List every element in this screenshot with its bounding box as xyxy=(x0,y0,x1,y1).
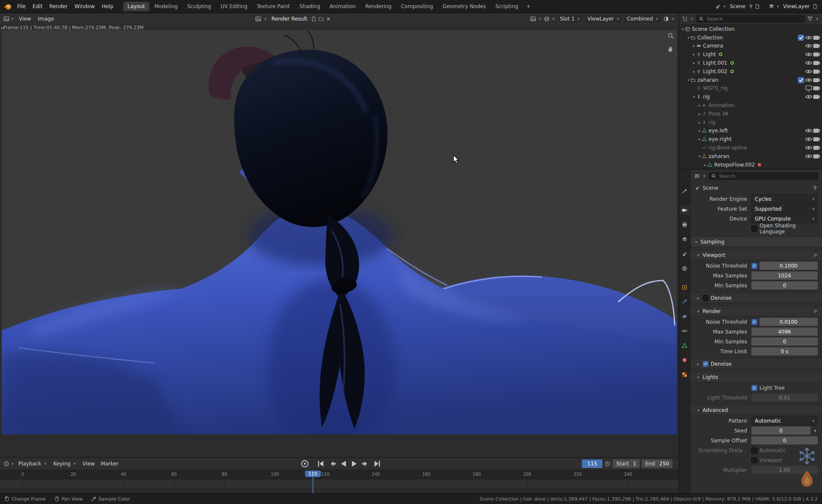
panel-header-advanced[interactable]: ▾Advanced xyxy=(691,405,822,415)
image-browse-icon[interactable] xyxy=(255,16,261,22)
outliner-row[interactable]: ▾zaharan xyxy=(679,152,822,161)
render-view-icon[interactable] xyxy=(530,16,536,22)
outliner-item-label[interactable]: Animation xyxy=(709,102,735,108)
outliner-item-label[interactable]: rig xyxy=(709,119,715,125)
timeline-menu[interactable]: Playback▾ xyxy=(15,461,51,467)
outliner-item-label[interactable]: eye.left xyxy=(709,128,728,134)
properties-tab-scene[interactable] xyxy=(679,249,690,259)
eye-toggle-icon[interactable] xyxy=(805,153,813,159)
outliner-item-label[interactable]: rig xyxy=(703,94,710,100)
workspace-tab[interactable]: Shading xyxy=(295,2,325,11)
outliner-row[interactable]: ▸Animation xyxy=(679,101,822,110)
outliner-item-label[interactable]: Pose xyxy=(709,111,721,117)
slot-select[interactable]: Slot 1▾ xyxy=(557,15,583,23)
field-max-samples[interactable]: 4096 xyxy=(751,328,818,336)
properties-tab-material[interactable] xyxy=(679,355,690,365)
outliner-row[interactable]: ▸Light.001 xyxy=(679,59,822,67)
outliner-search-input[interactable] xyxy=(706,16,802,22)
outliner-row[interactable]: ▸rig xyxy=(679,118,822,127)
expander-icon[interactable]: ▸ xyxy=(697,137,702,141)
outliner-item-label[interactable]: WGTS_rig xyxy=(703,85,728,91)
new-viewlayer-icon[interactable] xyxy=(813,4,818,9)
panel-expander-icon[interactable]: ▾ xyxy=(696,309,700,313)
pose-icon[interactable] xyxy=(702,111,707,116)
current-frame-field[interactable]: 115 xyxy=(582,459,602,468)
workspace-tab[interactable]: Layout xyxy=(123,2,149,11)
checkbox[interactable] xyxy=(703,295,709,301)
outliner-row[interactable]: ▸Light xyxy=(679,50,822,59)
editor-menu-item[interactable]: View xyxy=(15,16,34,22)
expander-icon[interactable]: ▾ xyxy=(686,78,691,82)
outliner-row[interactable]: ▾rig xyxy=(679,92,822,101)
properties-tab-object[interactable] xyxy=(679,283,690,292)
outliner-item-label[interactable]: Light xyxy=(703,51,716,57)
cam-toggle-icon[interactable] xyxy=(813,60,820,66)
timeline-menu[interactable]: Keying▾ xyxy=(51,461,80,467)
play-reverse-button[interactable] xyxy=(338,459,348,468)
new-scene-icon[interactable] xyxy=(755,4,760,9)
prev-keyframe-button[interactable] xyxy=(327,459,337,468)
menubar-item[interactable]: Window xyxy=(71,3,98,9)
workspace-tab[interactable]: Geometry Nodes xyxy=(438,2,490,11)
field-min-samples[interactable]: 0 xyxy=(751,337,818,346)
preset-icon[interactable] xyxy=(813,253,818,258)
end-frame-field[interactable]: End250 xyxy=(642,459,673,468)
panel-expander-icon[interactable]: ▾ xyxy=(696,253,700,257)
display-channels-icon[interactable] xyxy=(663,16,669,22)
dropdown-pattern[interactable]: Automatic▾ xyxy=(751,416,818,425)
cam-toggle-icon[interactable] xyxy=(813,51,820,58)
properties-tab-world[interactable] xyxy=(679,264,690,273)
workspace-tab[interactable]: Modeling xyxy=(150,2,182,11)
outliner-item-label[interactable]: zaharan xyxy=(697,77,718,83)
cam-toggle-icon[interactable] xyxy=(813,43,820,49)
shading-sphere-icon[interactable] xyxy=(544,16,550,22)
new-image-icon[interactable] xyxy=(311,16,316,21)
checkbox[interactable]: ✓ xyxy=(751,263,757,269)
blender-logo-icon[interactable] xyxy=(3,2,12,11)
screen-toggle-icon[interactable] xyxy=(805,85,813,92)
expander-icon[interactable]: ▸ xyxy=(697,103,702,107)
properties-tab-modifiers[interactable] xyxy=(679,297,690,307)
curve-icon[interactable] xyxy=(702,145,707,150)
field-max-samples[interactable]: 1024 xyxy=(751,271,818,280)
jump-to-end-button[interactable] xyxy=(372,459,382,468)
workspace-tab[interactable]: UV Editing xyxy=(216,2,252,11)
play-button[interactable] xyxy=(349,459,360,468)
cameraobj-icon[interactable] xyxy=(696,43,701,48)
cam-toggle-icon[interactable] xyxy=(813,94,820,100)
properties-tab-data[interactable] xyxy=(679,341,690,350)
workspace-tab[interactable]: Rendering xyxy=(361,2,396,11)
panel-expander-icon[interactable]: ▾ xyxy=(696,408,700,412)
dropdown-device[interactable]: GPU Compute▾ xyxy=(751,214,818,223)
editor-type-icon[interactable] xyxy=(3,16,9,22)
editor-type-icon[interactable] xyxy=(3,461,9,467)
open-image-icon[interactable] xyxy=(319,16,324,21)
checkbox[interactable]: ✓ xyxy=(751,385,757,391)
check-toggle-icon[interactable] xyxy=(797,34,805,41)
outliner-row[interactable]: rig:Bone:spline xyxy=(679,143,822,152)
anim-icon[interactable] xyxy=(702,103,707,108)
outliner-row[interactable]: ▾zaharan xyxy=(679,76,822,84)
properties-search-input[interactable] xyxy=(718,173,816,179)
properties-tab-output[interactable] xyxy=(679,220,690,230)
outliner-row[interactable]: ▸Light.002 xyxy=(679,67,822,76)
unlink-image-icon[interactable] xyxy=(326,16,331,21)
editor-menu-item[interactable]: Image xyxy=(34,16,57,22)
panel-header-viewport[interactable]: ▾Viewport xyxy=(691,250,822,260)
field-seed[interactable]: 0 xyxy=(751,426,810,435)
field-light-threshold[interactable]: 0.01 xyxy=(751,394,818,402)
cam-toggle-icon[interactable] xyxy=(813,136,820,143)
outliner-item-label[interactable]: zaharan xyxy=(709,153,730,159)
cam-toggle-icon[interactable] xyxy=(813,145,820,151)
dropdown-render-engine[interactable]: Cycles▾ xyxy=(751,194,818,203)
checkbox[interactable] xyxy=(751,457,757,463)
mesh-icon[interactable] xyxy=(702,137,707,142)
panel-header-sampling[interactable]: ▾Sampling xyxy=(691,236,822,247)
playhead-frame-label[interactable]: 115 xyxy=(305,471,321,477)
panel-expander-icon[interactable]: ▾ xyxy=(694,240,698,244)
scenecol-icon[interactable] xyxy=(685,27,690,32)
panel-header-denoise[interactable]: ▸Denoise xyxy=(691,292,822,303)
timeline-menu[interactable]: Marker xyxy=(98,461,121,467)
field-min-samples[interactable]: 0 xyxy=(751,281,818,289)
eye-toggle-icon[interactable] xyxy=(805,128,813,134)
